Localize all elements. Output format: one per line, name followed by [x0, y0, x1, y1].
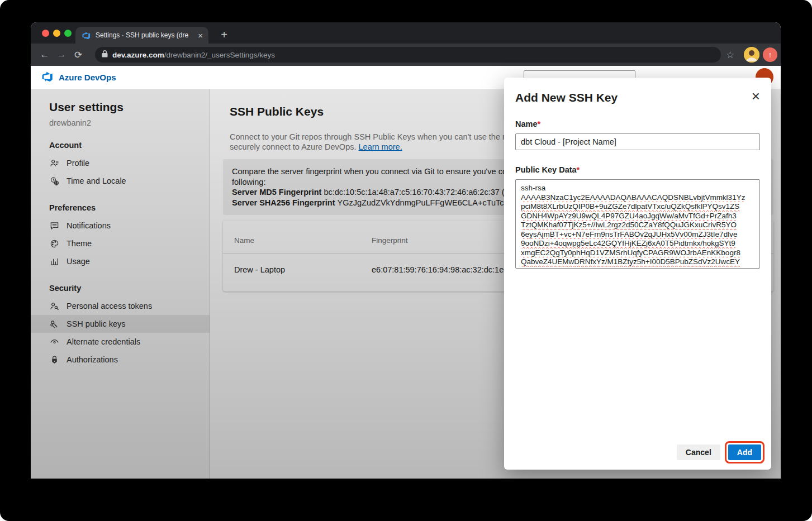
required-asterisk: *: [577, 165, 580, 174]
column-header-fingerprint: Fingerprint: [372, 236, 408, 245]
add-button[interactable]: Add: [728, 444, 761, 460]
sidebar-item-label: Time and Locale: [67, 176, 126, 185]
description-line1: Connect to your Git repos through SSH Pu…: [230, 132, 505, 141]
note-line1: Compare the server fingerprint when you …: [232, 167, 507, 176]
table-row-name: Drew - Laptop: [234, 265, 285, 274]
settings-sidebar: User settings drewbanin2 Account Profile…: [31, 89, 210, 479]
person-key-icon: [49, 301, 59, 311]
window-close-button[interactable]: [42, 30, 49, 37]
window-zoom-button[interactable]: [64, 30, 72, 37]
sidebar-item-label: Authorizations: [67, 355, 118, 364]
sidebar-item-label: SSH public keys: [67, 319, 126, 328]
back-icon[interactable]: ←: [36, 49, 53, 60]
palette-icon: [49, 238, 59, 248]
key-line: AAAAB3NzaC1yc2EAAAADAQABAAACAQDSNBLvbjtV…: [521, 193, 754, 203]
browser-tab[interactable]: Settings · SSH public keys (dre ×: [75, 27, 208, 44]
azure-devops-favicon-icon: [81, 30, 91, 40]
new-tab-button[interactable]: +: [216, 27, 232, 42]
screenshot-canvas: Settings · SSH public keys (dre × + ← → …: [0, 0, 812, 521]
person-icon: [49, 158, 59, 168]
browser-toolbar: ← → ⟳ dev.azure.com/drewbanin2/_usersSet…: [31, 44, 781, 66]
modal-footer: Cancel Add: [677, 444, 761, 460]
browser-window: Settings · SSH public keys (dre × + ← → …: [31, 22, 781, 479]
sidebar-item-label: Profile: [67, 159, 89, 168]
bookmark-star-icon[interactable]: ☆: [726, 49, 734, 61]
sidebar-section-account: Account: [49, 141, 210, 150]
sidebar-item-label: Usage: [67, 257, 90, 266]
lock-icon: [102, 50, 108, 60]
key-line: TztQMKhaf07TjKz5+//IwL2rgz2d50CZaY8fQQuJ…: [521, 221, 754, 230]
sidebar-item-alternate-credentials[interactable]: Alternate credentials: [31, 333, 210, 351]
note-line2: following:: [232, 178, 265, 187]
public-key-data-textarea[interactable]: ssh-rsa AAAAB3NzaC1yc2EAAAADAQABAAACAQDS…: [515, 179, 760, 269]
key-line: QabveZ4UEMwDRNfxYz/M1BZtyz5h+I00D5BPubZS…: [521, 257, 754, 267]
browser-profile-avatar[interactable]: [744, 47, 759, 63]
md5-value: bc:dc:10:5c:1a:48:a7:c5:16:70:43:72:46:a…: [324, 188, 504, 197]
key-line: pciM8t8XLrbUzQIP0B+9uZGZe7dlpatVTxc/uQZk…: [521, 202, 754, 212]
key-line: GDNH4WpAYz9U9wQL4P97GZU4aoJgqWw/aMvTfGd+…: [521, 212, 754, 221]
name-input[interactable]: [515, 133, 760, 150]
modal-title: Add New SSH Key: [515, 91, 760, 104]
bar-chart-icon: [49, 256, 59, 266]
clock-globe-icon: [49, 176, 59, 186]
column-header-name: Name: [234, 236, 254, 245]
sidebar-item-personal-access-tokens[interactable]: Personal access tokens: [31, 297, 210, 315]
sha256-value: YGzJgZudZVkYdnmgPuLFFgWE6CLA+cTuTcm: [338, 198, 511, 207]
eye-icon: [49, 337, 59, 347]
sidebar-item-notifications[interactable]: Notifications: [31, 217, 210, 235]
sidebar-item-usage[interactable]: Usage: [31, 252, 210, 270]
description-line2: securely connect to Azure DevOps.: [230, 142, 359, 151]
tab-title: Settings · SSH public keys (dre: [96, 31, 193, 39]
sidebar-item-label: Personal access tokens: [67, 302, 152, 310]
window-minimize-button[interactable]: [53, 30, 60, 37]
md5-label: Server MD5 Fingerprint: [232, 188, 324, 197]
sidebar-username: drewbanin2: [49, 118, 210, 127]
cancel-button[interactable]: Cancel: [677, 444, 720, 460]
lock-shield-icon: [49, 355, 59, 365]
key-line: ssh-rsa: [521, 184, 754, 193]
azure-devops-logo-icon: [42, 71, 53, 84]
browser-update-icon[interactable]: ↑: [763, 47, 777, 62]
required-asterisk: *: [538, 120, 541, 128]
sidebar-item-theme[interactable]: Theme: [31, 235, 210, 252]
public-key-label-text: Public Key Data: [515, 165, 577, 174]
key-line: xmgEC2QgTy0phHqD1VZMSrhUqfyCPAGR9WOJrbAE…: [521, 248, 754, 258]
key-line: 9ooNDzi+4oqwpg5eLc42GQYfHjKEZj6xA0T5Pidt…: [521, 239, 754, 248]
reload-icon[interactable]: ⟳: [70, 49, 87, 61]
sidebar-section-security: Security: [49, 284, 210, 293]
page-title: SSH Public Keys: [230, 105, 324, 118]
sidebar-item-time-and-locale[interactable]: Time and Locale: [31, 172, 210, 190]
keys-icon: [49, 319, 59, 329]
devops-brand[interactable]: Azure DevOps: [42, 71, 116, 84]
page-description: Connect to your Git repos through SSH Pu…: [230, 132, 505, 152]
url-host: dev.azure.com: [112, 51, 164, 59]
sidebar-item-label: Theme: [67, 239, 92, 248]
public-key-data-label: Public Key Data*: [515, 165, 760, 174]
sidebar-item-authorizations[interactable]: Authorizations: [31, 351, 210, 369]
name-label: Name*: [515, 120, 760, 128]
sidebar-item-label: Alternate credentials: [67, 337, 140, 346]
key-line: 6eysAjmBT+vc+N7eFrn9nsTrFABOv2qJUHx5Vv00…: [521, 230, 754, 240]
learn-more-link[interactable]: Learn more.: [359, 142, 402, 151]
name-label-text: Name: [515, 120, 538, 128]
add-ssh-key-modal: Add New SSH Key × Name* Public Key Data*…: [504, 78, 771, 470]
sidebar-item-label: Notifications: [67, 221, 111, 230]
url-bar[interactable]: dev.azure.com/drewbanin2/_usersSettings/…: [95, 47, 721, 63]
sidebar-title: User settings: [49, 101, 210, 114]
sidebar-item-profile[interactable]: Profile: [31, 154, 210, 172]
forward-icon[interactable]: →: [53, 49, 70, 60]
url-path: /drewbanin2/_usersSettings/keys: [164, 51, 275, 59]
browser-tab-strip: Settings · SSH public keys (dre × +: [31, 22, 781, 44]
comment-icon: [49, 221, 59, 231]
sidebar-section-preferences: Preferences: [49, 203, 210, 212]
sidebar-item-ssh-public-keys[interactable]: SSH public keys: [31, 315, 210, 333]
modal-close-icon[interactable]: ×: [752, 90, 760, 102]
table-row-fingerprint: e6:07:81:59:76:16:94:98:ac:32:dc:1e: [372, 265, 504, 274]
brand-name: Azure DevOps: [59, 73, 116, 82]
key-line: dcyHUtkdIRJrqReTXQ1oF4oBzqikSmkQtLQjFp24…: [521, 267, 754, 269]
sha256-label: Server SHA256 Fingerprint: [232, 198, 338, 207]
tab-close-icon[interactable]: ×: [198, 31, 203, 40]
